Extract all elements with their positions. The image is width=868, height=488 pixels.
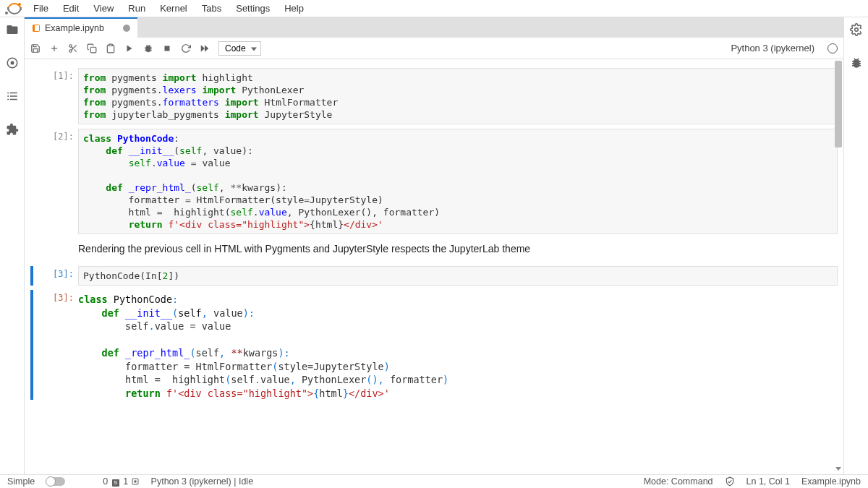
scrollbar-thumb[interactable] bbox=[835, 61, 842, 147]
menu-file[interactable]: File bbox=[26, 1, 56, 16]
menu-view[interactable]: View bbox=[86, 1, 121, 16]
svg-marker-22 bbox=[205, 45, 208, 51]
stop-icon[interactable] bbox=[162, 43, 172, 53]
menu-settings[interactable]: Settings bbox=[229, 1, 277, 16]
svg-rect-20 bbox=[165, 46, 170, 51]
svg-point-12 bbox=[69, 44, 72, 47]
trust-icon[interactable] bbox=[725, 476, 735, 487]
menubar: File Edit View Run Kernel Tabs Settings … bbox=[0, 0, 868, 17]
property-inspector-icon[interactable] bbox=[850, 23, 863, 36]
fast-forward-icon[interactable] bbox=[200, 43, 210, 53]
sb-cursor-pos[interactable]: Ln 1, Col 1 bbox=[746, 476, 790, 487]
cell-prompt: [2]: bbox=[35, 129, 78, 234]
unsaved-dot-icon bbox=[123, 25, 130, 32]
svg-rect-7 bbox=[10, 99, 17, 100]
extensions-icon[interactable] bbox=[6, 123, 19, 136]
left-sidebar bbox=[0, 17, 25, 474]
scrollbar[interactable] bbox=[833, 59, 843, 474]
svg-rect-5 bbox=[10, 95, 17, 97]
main-area: Example.ipynb Code Python 3 (ipykernel) bbox=[25, 17, 843, 474]
svg-rect-6 bbox=[7, 99, 9, 100]
scrollbar-down-icon[interactable] bbox=[835, 466, 842, 473]
menu-help[interactable]: Help bbox=[277, 1, 311, 16]
running-icon[interactable] bbox=[6, 56, 19, 69]
notebook-icon bbox=[32, 24, 41, 33]
cell-prompt: [3]: bbox=[35, 266, 78, 286]
svg-rect-3 bbox=[10, 93, 17, 94]
svg-rect-1 bbox=[10, 61, 14, 65]
debugger-icon[interactable] bbox=[850, 56, 863, 69]
cell-type-select[interactable]: Code bbox=[218, 41, 261, 56]
svg-point-13 bbox=[69, 49, 72, 52]
sb-kernel-status[interactable]: Python 3 (ipykernel) | Idle bbox=[151, 476, 254, 487]
terminal-icon: S bbox=[112, 479, 119, 487]
svg-marker-19 bbox=[127, 45, 132, 51]
menu-kernel[interactable]: Kernel bbox=[153, 1, 195, 16]
cell-output: [3]: class PythonCode: def __init__(self… bbox=[30, 290, 838, 400]
sb-filename[interactable]: Example.ipynb bbox=[801, 476, 861, 487]
run-icon[interactable] bbox=[124, 43, 135, 53]
notebook-panel[interactable]: [1]: from pygments import highlight from… bbox=[25, 59, 843, 474]
svg-marker-21 bbox=[201, 45, 205, 51]
code-input[interactable]: PythonCode(In[2]) bbox=[78, 266, 838, 286]
add-cell-icon[interactable] bbox=[49, 43, 59, 53]
markdown-rendered: Rendering the previous cell in HTML with… bbox=[78, 239, 838, 262]
svg-line-15 bbox=[74, 49, 76, 51]
menu-run[interactable]: Run bbox=[121, 1, 153, 16]
cell-prompt: [1]: bbox=[35, 68, 78, 124]
toc-icon[interactable] bbox=[6, 90, 19, 103]
menu-edit[interactable]: Edit bbox=[56, 1, 86, 16]
paste-icon[interactable] bbox=[106, 43, 116, 53]
svg-rect-4 bbox=[7, 95, 9, 97]
svg-rect-2 bbox=[7, 93, 9, 94]
menu-tabs[interactable]: Tabs bbox=[195, 1, 229, 16]
notebook-toolbar: Code Python 3 (ipykernel) bbox=[25, 38, 843, 59]
folder-icon[interactable] bbox=[6, 23, 19, 36]
code-cell[interactable]: [2]: class PythonCode: def __init__(self… bbox=[30, 129, 838, 234]
output-html: class PythonCode: def __init__(self, val… bbox=[78, 290, 838, 400]
cut-icon[interactable] bbox=[68, 43, 78, 53]
kernel-name[interactable]: Python 3 (ipykernel) bbox=[731, 43, 814, 53]
restart-icon[interactable] bbox=[181, 43, 191, 53]
kernel-status-icon[interactable] bbox=[827, 43, 838, 53]
svg-line-16 bbox=[72, 46, 73, 48]
svg-rect-18 bbox=[109, 44, 113, 46]
simple-toggle[interactable] bbox=[46, 477, 65, 486]
copy-icon[interactable] bbox=[87, 43, 97, 53]
sb-terminals[interactable]: 0 S 1 bbox=[103, 476, 139, 487]
svg-rect-9 bbox=[33, 25, 35, 32]
svg-rect-25 bbox=[134, 481, 136, 483]
tab-filename: Example.ipynb bbox=[45, 23, 104, 33]
statusbar: Simple 0 S 1 Python 3 (ipykernel) | Idle… bbox=[0, 474, 868, 488]
code-cell[interactable]: [1]: from pygments import highlight from… bbox=[30, 68, 838, 124]
code-cell[interactable]: [3]: PythonCode(In[2]) bbox=[30, 266, 838, 286]
svg-rect-17 bbox=[90, 47, 96, 53]
save-icon[interactable] bbox=[30, 43, 41, 53]
cell-type-dropdown[interactable]: Code bbox=[218, 41, 261, 56]
code-input[interactable]: from pygments import highlight from pygm… bbox=[78, 68, 838, 124]
code-input[interactable]: class PythonCode: def __init__(self, val… bbox=[78, 129, 838, 234]
jupyter-logo-icon bbox=[6, 1, 20, 16]
tab-bar: Example.ipynb bbox=[25, 17, 843, 38]
sb-simple-label: Simple bbox=[7, 476, 35, 487]
markdown-cell[interactable]: Rendering the previous cell in HTML with… bbox=[30, 239, 838, 262]
kernel-sessions-icon bbox=[131, 477, 140, 486]
right-sidebar bbox=[843, 17, 868, 474]
tab-notebook[interactable]: Example.ipynb bbox=[25, 17, 137, 38]
output-prompt: [3]: bbox=[35, 290, 78, 400]
svg-point-23 bbox=[854, 28, 858, 32]
bug-icon[interactable] bbox=[143, 43, 153, 53]
sb-mode: Mode: Command bbox=[644, 476, 713, 487]
